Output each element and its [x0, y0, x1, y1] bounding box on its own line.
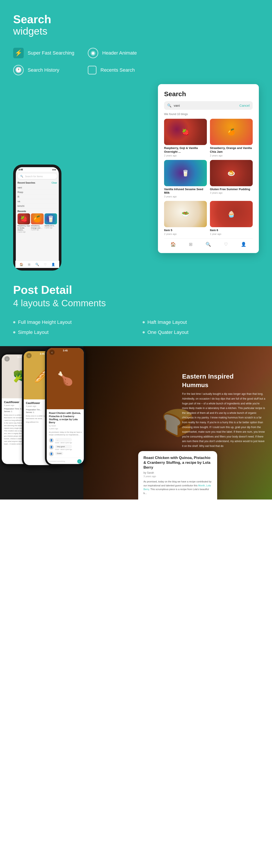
- list-item[interactable]: Raspberry, Goji & Vanilla Overni... 2 ye…: [18, 213, 30, 232]
- thumb-vanilla[interactable]: [45, 213, 57, 224]
- recents-label: Recents: [18, 210, 57, 213]
- comment-avatar-3: 👤: [49, 452, 54, 456]
- result-thumb-4: [210, 160, 253, 186]
- bullet-2: [142, 321, 145, 323]
- layout-haft: Haft Image Layout: [142, 319, 259, 325]
- eastern-title: Eastern Inspired: [182, 372, 265, 380]
- result-date-6: 1 year ago: [210, 232, 253, 235]
- comment-bubble-3: Guest: [55, 452, 63, 455]
- search-item-vani[interactable]: vani: [18, 185, 57, 190]
- search-placeholder: Search for Items: [25, 175, 43, 178]
- left-phones: 🥦 ‹ 3:44 Cauliflower 3 years ago Prepara…: [0, 346, 83, 499]
- result-date-3: 3 years ago: [164, 195, 207, 198]
- search-item-va[interactable]: va: [18, 199, 57, 204]
- result-thumb-1: [164, 119, 207, 145]
- eastern-body: For the last time I actually bought a di…: [182, 392, 265, 448]
- result-item-2[interactable]: Strawberry, Orange and Vanilla Chia Jam …: [210, 119, 253, 157]
- result-item-1[interactable]: Raspberry, Goji & Vanilla Overnight ... …: [164, 119, 207, 157]
- nav-grid-icon[interactable]: ⊞: [28, 263, 30, 266]
- result-item-3[interactable]: Vanilla Infused Sesame Seed Milk 3 years…: [164, 160, 207, 198]
- thumb-raspberry[interactable]: [18, 213, 30, 224]
- post-detail-section: Post Detail 4 layouts & Comments Full Im…: [0, 271, 272, 346]
- result-title-4: Gluten Free Summer Pudding: [210, 188, 253, 191]
- result-item-5[interactable]: Item 5 2 years ago: [164, 201, 207, 235]
- search-panel: Search 🔍 vani Cancel We found 10 blogs R…: [158, 84, 259, 253]
- recipe-card: Roast Chicken with Quinoa, Pistachio & C…: [138, 451, 217, 500]
- list-item[interactable]: Strawberry, Orange and ... 2 years ago: [31, 213, 44, 232]
- comment-row-1: 👤 ... Guest · about a year ago: [49, 438, 82, 443]
- result-thumb-2: [210, 119, 253, 145]
- layout-quarter: One Quater Layout: [142, 330, 259, 335]
- send-button[interactable]: ›: [77, 459, 82, 464]
- cancel-button[interactable]: Cancel: [239, 104, 250, 107]
- eastern-text-block: Eastern Inspired Hummus For the last tim…: [182, 372, 265, 448]
- search-panel-nav: 🏠 ⊞ 🔍 ♡ 👤: [164, 238, 253, 247]
- phone-search-bar[interactable]: 🔍 Search for Items: [18, 174, 57, 179]
- recipe-card-link[interactable]: Month, Lola Berry: [143, 484, 211, 491]
- phone-status-bar: 3:44 ●●●: [16, 167, 59, 172]
- phone-mockup: 3:44 ●●● 🔍 Search for Items Recent Searc…: [13, 164, 61, 271]
- comment-bubble-2: Very good: [55, 445, 72, 448]
- phone-3-full: 🍗 3:45 ‹ Roast Chicken with Quinoa, Pist…: [47, 348, 84, 464]
- sp-nav-search[interactable]: 🔍: [206, 242, 211, 247]
- phone-3-body: As promised, today on the blog we have a…: [49, 431, 82, 436]
- result-item-6[interactable]: Item 6 1 year ago: [210, 201, 253, 235]
- layout-full: Full Image Height Layout: [13, 319, 130, 325]
- phone-3-screen: 🍗 3:45 ‹ Roast Chicken with Quinoa, Pist…: [47, 348, 84, 464]
- phone-3: 🍗 3:45 ‹ Roast Chicken with Quinoa, Pist…: [45, 346, 86, 466]
- result-date-2: 2 years ago: [210, 154, 253, 157]
- bullet-3: [13, 331, 16, 334]
- comment-input-placeholder[interactable]: Comment something: [49, 460, 76, 462]
- comment-content-1: ... Guest · about a year ago: [55, 438, 72, 443]
- nav-search-icon[interactable]: 🔍: [35, 263, 39, 266]
- recipe-card-date: 3 years ago: [143, 475, 212, 477]
- result-thumb-6: [210, 201, 253, 227]
- thumb-strawberry[interactable]: [31, 213, 44, 224]
- hero-section: Search widgets ⚡ Super Fast Searching ◉ …: [0, 0, 272, 271]
- clear-button[interactable]: Clear: [52, 182, 57, 184]
- sp-nav-heart[interactable]: ♡: [224, 242, 228, 247]
- recipe-card-body: As promised, today on the blog we have a…: [143, 480, 212, 495]
- result-title-2: Strawberry, Orange and Vanilla Chia Jam: [210, 146, 253, 154]
- search-panel-title: Search: [164, 90, 253, 98]
- comment-avatar-1: 👤: [49, 438, 54, 443]
- feature-header: ◉ Header Animate: [88, 48, 149, 58]
- bullet-1: [13, 321, 16, 323]
- right-content: 🍞 Eastern Inspired Hummus For the last t…: [83, 346, 272, 499]
- feature-fast: ⚡ Super Fast Searching: [13, 48, 75, 58]
- features-grid: ⚡ Super Fast Searching ◉ Header Animate …: [13, 48, 149, 75]
- nav-user-icon[interactable]: 👤: [51, 263, 55, 266]
- layout-simple: Simple Layout: [13, 330, 130, 335]
- sp-nav-home[interactable]: 🏠: [170, 242, 176, 247]
- sp-nav-user[interactable]: 👤: [241, 242, 246, 247]
- search-item-r[interactable]: R: [18, 194, 57, 199]
- search-item-rasp[interactable]: Rasp: [18, 190, 57, 194]
- square-icon: [88, 66, 97, 74]
- result-thumb-3: [164, 160, 207, 186]
- layouts-grid: Full Image Height Layout Haft Image Layo…: [13, 319, 259, 335]
- bolt-icon: ⚡: [13, 48, 24, 58]
- hero-phones-col: 3:44 ●●● 🔍 Search for Items Recent Searc…: [13, 164, 136, 271]
- sp-nav-grid[interactable]: ⊞: [189, 242, 193, 247]
- nav-home-icon[interactable]: 🏠: [20, 263, 23, 266]
- search-panel-col: Search 🔍 vani Cancel We found 10 blogs R…: [136, 84, 259, 271]
- nav-heart-icon[interactable]: ♡: [44, 263, 47, 266]
- list-item[interactable]: Vanilla Inf S... 3 years ago: [45, 213, 57, 232]
- phone-3-hero-img: 🍗: [47, 348, 84, 409]
- result-date-5: 2 years ago: [164, 232, 207, 235]
- result-item-4[interactable]: Gluten Free Summer Pudding 3 years ago: [210, 160, 253, 198]
- search-bar[interactable]: 🔍 vani Cancel: [164, 101, 253, 110]
- phone-3-recipe-title: Roast Chicken with Quinoa, Pistachio & C…: [49, 411, 82, 424]
- comment-meta-1: Guest · about a year ago: [55, 442, 72, 443]
- comment-row-2: 👤 Very good Guest · about a year ago: [49, 445, 82, 450]
- post-detail-title: Post Detail: [13, 284, 259, 296]
- search-item-kimchi[interactable]: kimchi: [18, 204, 57, 208]
- phone-content: Recent Searches Clear vani Rasp R va kim…: [16, 181, 59, 235]
- phone-screen: 3:44 ●●● 🔍 Search for Items Recent Searc…: [16, 167, 59, 268]
- recents-grid: Raspberry, Goji & Vanilla Overni... 2 ye…: [18, 213, 57, 232]
- post-detail-subtitle: 4 layouts & Comments: [13, 298, 259, 308]
- phone-nav: 🏠 ⊞ 🔍 ♡ 👤: [16, 261, 59, 268]
- search-query: vani: [174, 104, 237, 107]
- feature-history: 🕐 Search History: [13, 65, 75, 75]
- comment-content-3: Guest: [55, 452, 63, 455]
